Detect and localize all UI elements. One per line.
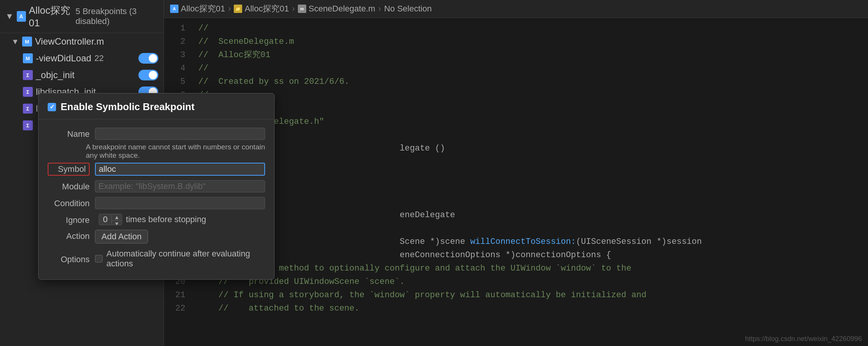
- add-action-button[interactable]: Add Action: [95, 230, 148, 243]
- viewcontroller-label: ViewController.m: [35, 36, 104, 47]
- ignore-row: Ignore 0 ▲ ▼ times before stopping: [39, 211, 274, 227]
- name-hint: A breakpoint name cannot start with numb…: [39, 142, 274, 160]
- symbol-value: alloc: [99, 164, 116, 174]
- name-input[interactable]: [95, 128, 265, 140]
- bp-icon-sigma-3: Σ: [23, 104, 33, 114]
- ignore-value: 0: [99, 215, 112, 224]
- code-lines: // // SceneDelegate.m // Alloc探究01 // //…: [191, 18, 868, 346]
- code-line-1: //: [198, 22, 860, 35]
- ignore-stepper-arrows: ▲ ▼: [112, 214, 122, 225]
- breakpoint-count: 5 Breakpoints (3 disabled): [76, 6, 158, 26]
- editor-breadcrumb: A Alloc探究01 › 📁 Alloc探究01 › m SceneDeleg…: [164, 0, 868, 18]
- ln-1: 1: [164, 22, 185, 35]
- ln-3: 3: [164, 48, 185, 62]
- ln-21: 21: [164, 288, 185, 302]
- bc-file: SceneDelegate.m: [309, 4, 375, 14]
- breakpoint-header: ▼ A Alloc探究01 5 Breakpoints (3 disabled): [0, 0, 164, 33]
- bc-file-icon: m: [298, 5, 306, 13]
- code-line-21: // If using a storyboard, the `window` p…: [198, 288, 860, 302]
- bc-proj-icon: A: [170, 5, 178, 13]
- name-label: Name: [48, 128, 90, 139]
- condition-label: Condition: [48, 197, 90, 208]
- objc-init-label: _objc_init: [36, 70, 74, 80]
- code-line-16: [198, 222, 860, 235]
- bp-icon-m: M: [23, 53, 33, 63]
- symbol-input-wrapper[interactable]: alloc: [95, 163, 265, 176]
- code-line-8: #import "SceneDelegate.h": [198, 115, 860, 128]
- ln-2: 2: [164, 35, 185, 48]
- code-line-17: Scene *)scene willConnectToSession: (UIS…: [198, 235, 860, 248]
- comment-22: // attached to the scene.: [198, 302, 359, 315]
- bp-icon-sigma-1: Σ: [23, 70, 33, 80]
- breakpoint-dialog: Enable Symbolic Breakpoint Name A breakp…: [38, 93, 275, 280]
- collapse-triangle[interactable]: ▼: [5, 11, 14, 21]
- code-line-13: [198, 182, 860, 195]
- viewdidload-toggle[interactable]: [138, 53, 158, 64]
- condition-input[interactable]: [95, 197, 265, 209]
- project-title: Alloc探究01: [29, 4, 74, 29]
- code-line-4: //: [198, 62, 860, 75]
- bc-selection: No Selection: [384, 4, 432, 14]
- will-connect: willConnectToSession:: [470, 235, 576, 248]
- code-line-22: // attached to the scene.: [198, 302, 860, 315]
- dialog-title-row: Enable Symbolic Breakpoint: [39, 101, 274, 119]
- module-row: Module: [39, 178, 274, 195]
- viewcontroller-file[interactable]: ▼ M ViewController.m: [0, 33, 164, 50]
- name-row: Name: [39, 125, 274, 142]
- breakpoint-panel: ▼ A Alloc探究01 5 Breakpoints (3 disabled)…: [0, 0, 164, 346]
- project-icon: A: [17, 11, 26, 22]
- watermark: https://blog.csdn.net/weixin_42260996: [745, 335, 862, 343]
- module-input[interactable]: [95, 180, 265, 192]
- code-line-20: // provided UIWindowScene `scene`.: [198, 275, 860, 288]
- options-checkbox[interactable]: [95, 255, 103, 263]
- code-line-19: // Use this method to optionally configu…: [198, 262, 860, 275]
- code-line-3: // Alloc探究01: [198, 48, 860, 62]
- file-triangle: ▼: [11, 37, 19, 46]
- stepper-down[interactable]: ▼: [112, 221, 122, 225]
- bc-sep-1: ›: [228, 4, 231, 14]
- bc-proj: Alloc探究01: [181, 3, 225, 14]
- times-label: times before stopping: [126, 215, 206, 224]
- comment-21: // If using a storyboard, the `window` p…: [198, 288, 646, 302]
- bc-folder-icon: 📁: [234, 5, 242, 13]
- bc-folder: Alloc探究01: [244, 3, 289, 14]
- symbol-row: Symbol alloc: [39, 160, 274, 178]
- ln-22: 22: [164, 302, 185, 315]
- code-line-2: // SceneDelegate.m: [198, 35, 860, 48]
- code-line-5: // Created by ss on 2021/6/6.: [198, 75, 860, 88]
- symbol-label-box: Symbol: [48, 163, 90, 176]
- bp-icon-sigma-2: Σ: [23, 87, 33, 97]
- ignore-label: Ignore: [48, 214, 90, 225]
- bc-sep-3: ›: [378, 4, 381, 14]
- ignore-stepper[interactable]: 0 ▲ ▼: [99, 214, 122, 225]
- dialog-title: Enable Symbolic Breakpoint: [61, 101, 194, 113]
- code-line-15: eneDelegate: [198, 208, 860, 222]
- viewdidload-bp[interactable]: M -viewDidLoad 22: [0, 50, 164, 67]
- ln-4: 4: [164, 62, 185, 75]
- code-line-18: eneConnectionOptions *)connectionOptions…: [198, 248, 860, 262]
- options-row: Options Automatically continue after eva…: [39, 246, 274, 272]
- code-line-10: legate (): [198, 142, 860, 155]
- action-row: Action Add Action: [39, 227, 274, 246]
- viewdidload-count: 22: [94, 53, 103, 63]
- code-line-7: [198, 102, 860, 115]
- code-line-12: [198, 168, 860, 182]
- enable-checkbox[interactable]: [48, 103, 56, 111]
- file-icon-m: M: [22, 37, 32, 46]
- stepper-up[interactable]: ▲: [112, 214, 122, 221]
- options-text: Automatically continue after evaluating …: [106, 249, 265, 269]
- objc-init-bp[interactable]: Σ _objc_init: [0, 67, 164, 83]
- objc-init-toggle[interactable]: [138, 70, 158, 80]
- bp-icon-sigma-4: Σ: [23, 120, 33, 130]
- condition-row: Condition: [39, 195, 274, 211]
- viewdidload-label: -viewDidLoad: [36, 53, 91, 64]
- module-label: Module: [48, 180, 90, 192]
- code-line-14: [198, 195, 860, 208]
- options-label: Options: [48, 253, 90, 264]
- partial-line-17b: (UISceneSession *)session: [576, 235, 702, 248]
- code-line-6: //: [198, 88, 860, 102]
- code-line-11: [198, 155, 860, 168]
- bc-sep-2: ›: [292, 4, 295, 14]
- action-label: Action: [48, 230, 90, 241]
- ln-5: 5: [164, 75, 185, 88]
